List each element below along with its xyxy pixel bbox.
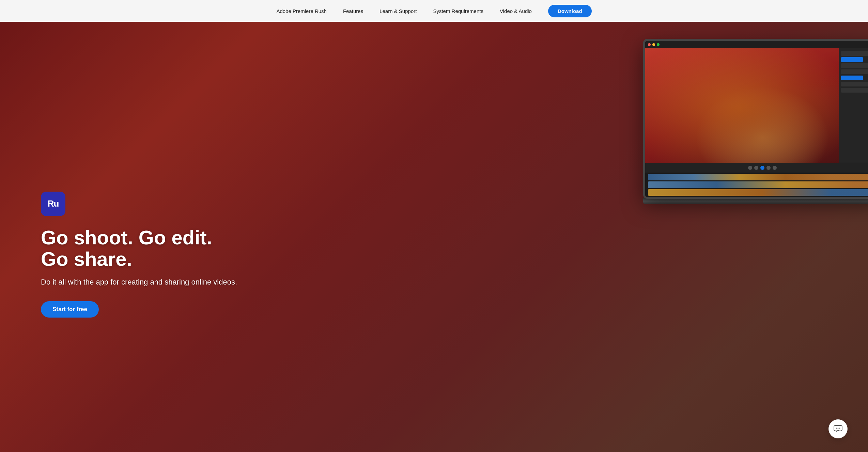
hero-section: Ru Go shoot. Go edit. Go share. Do it al…	[0, 22, 868, 452]
panel-item-2	[841, 57, 863, 62]
laptop-frame	[643, 39, 868, 199]
track-2	[648, 181, 868, 188]
panel-item-6	[841, 82, 868, 86]
timeline-area	[645, 163, 868, 197]
ctrl-rewind	[748, 166, 752, 170]
window-minimize-dot	[652, 43, 655, 46]
navbar: Adobe Premiere Rush Features Learn & Sup…	[0, 0, 868, 22]
screen-top-bar	[645, 41, 868, 48]
hero-headline: Go shoot. Go edit. Go share.	[41, 227, 238, 270]
download-button[interactable]: Download	[548, 5, 592, 17]
app-logo: Ru	[41, 192, 65, 216]
ctrl-play	[760, 166, 764, 170]
start-free-button[interactable]: Start for free	[41, 301, 99, 318]
chat-icon	[834, 425, 842, 433]
hero-subtext: Do it all with the app for creating and …	[41, 277, 238, 288]
track-3	[648, 189, 868, 196]
ctrl-forward	[766, 166, 771, 170]
panel-item-7	[841, 88, 868, 93]
nav-features[interactable]: Features	[343, 8, 363, 14]
navbar-inner: Adobe Premiere Rush Features Learn & Sup…	[276, 5, 591, 17]
laptop-screen	[645, 41, 868, 197]
nav-video-audio[interactable]: Video & Audio	[500, 8, 532, 14]
timeline-controls	[645, 163, 868, 173]
laptop-base	[643, 198, 868, 204]
laptop-mockup	[643, 39, 868, 216]
panel-item-4	[841, 69, 868, 74]
window-close-dot	[648, 43, 651, 46]
nav-system-requirements[interactable]: System Requirements	[433, 8, 483, 14]
app-logo-text: Ru	[48, 198, 59, 209]
window-maximize-dot	[657, 43, 660, 46]
track-1	[648, 174, 868, 180]
nav-brand[interactable]: Adobe Premiere Rush	[276, 8, 327, 14]
panel-item-1	[841, 51, 868, 56]
svg-point-3	[839, 428, 840, 429]
ctrl-end	[773, 166, 777, 170]
nav-learn-support[interactable]: Learn & Support	[379, 8, 417, 14]
ctrl-back	[754, 166, 758, 170]
svg-point-1	[836, 428, 837, 429]
hero-content: Ru Go shoot. Go edit. Go share. Do it al…	[0, 192, 238, 318]
panel-item-3	[841, 63, 868, 68]
scroll-chevron[interactable]	[428, 451, 440, 452]
chat-button[interactable]	[828, 419, 848, 438]
timeline-tracks	[645, 173, 868, 197]
panel-item-5	[841, 76, 863, 80]
svg-point-2	[838, 428, 839, 429]
